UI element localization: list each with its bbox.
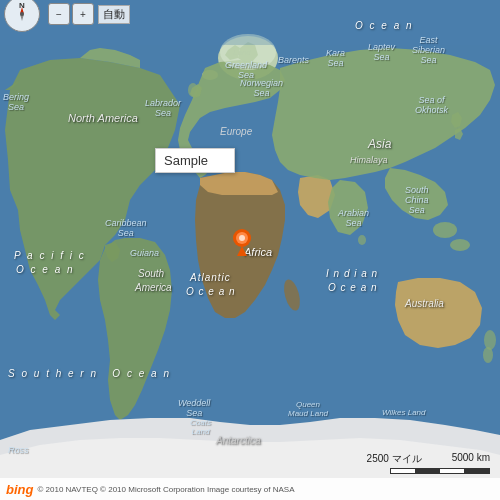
copyright-text: © 2010 NAVTEQ © 2010 Microsoft Corporati… (37, 485, 294, 494)
svg-point-18 (239, 235, 245, 241)
zoom-controls: − + (48, 3, 94, 25)
scale-labels: 2500 マイル 5000 km (367, 452, 490, 466)
callout-box[interactable]: Sample (155, 148, 235, 173)
auto-mode-label[interactable]: 自動 (98, 5, 130, 24)
scale-bar: 2500 マイル 5000 km (367, 452, 490, 474)
svg-point-4 (433, 222, 457, 238)
scale-km-label: 5000 km (452, 452, 490, 466)
callout-text: Sample (164, 153, 208, 168)
scale-miles-label: 2500 マイル (367, 452, 422, 466)
scale-seg-4 (465, 469, 489, 473)
scale-graphic (390, 468, 490, 474)
svg-point-10 (188, 83, 198, 97)
svg-point-5 (450, 239, 470, 251)
svg-point-9 (358, 235, 366, 245)
north-indicator: N (19, 1, 25, 10)
scale-seg-3 (440, 469, 465, 473)
map-pin[interactable] (232, 228, 252, 254)
zoom-out-button[interactable]: − (48, 3, 70, 25)
bottom-bar: bing © 2010 NAVTEQ © 2010 Microsoft Corp… (0, 478, 500, 500)
bing-logo: bing (6, 482, 33, 497)
svg-point-15 (20, 12, 24, 16)
zoom-in-button[interactable]: + (72, 3, 94, 25)
svg-point-7 (483, 347, 493, 363)
toolbar: N − + 自動 (0, 0, 500, 28)
svg-text:Europe: Europe (220, 126, 253, 137)
scale-seg-1 (391, 469, 416, 473)
svg-point-6 (484, 330, 496, 350)
compass[interactable]: N (4, 0, 40, 32)
scale-seg-2 (416, 469, 440, 473)
map-container: Land (0, 0, 500, 500)
